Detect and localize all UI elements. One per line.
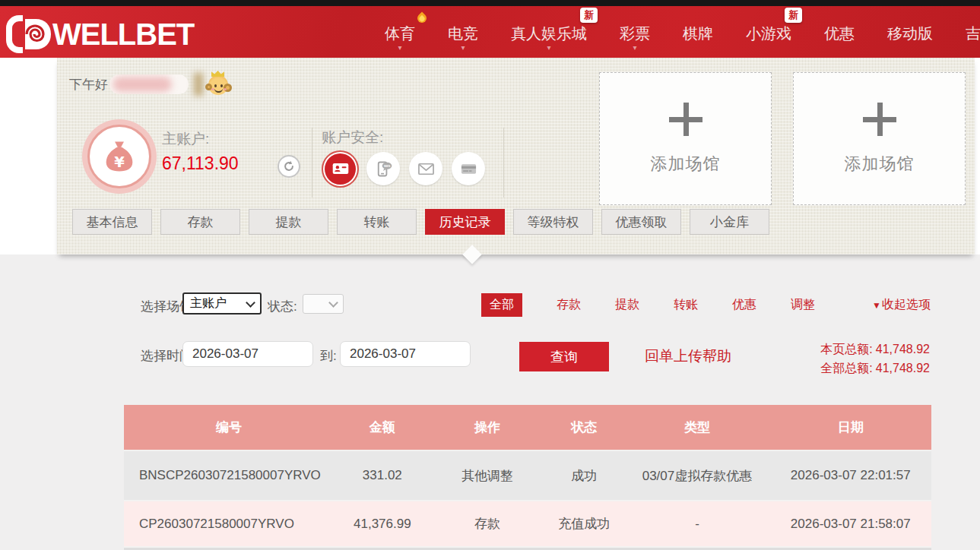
- chevron-down-icon: [246, 298, 255, 308]
- refresh-balance-button[interactable]: [278, 155, 300, 178]
- table-cell: 充值成功: [544, 515, 624, 533]
- new-badge: 新: [785, 8, 802, 23]
- tab-withdraw[interactable]: 提款: [249, 209, 328, 235]
- table-cell: 331.02: [334, 468, 430, 483]
- column-header: 编号: [124, 419, 334, 436]
- nav-item-label: 移动版: [887, 25, 933, 42]
- status-select[interactable]: [303, 294, 344, 314]
- collapse-options-button[interactable]: ▼ 收起选项: [872, 297, 931, 313]
- tab-deposit[interactable]: 存款: [160, 209, 240, 235]
- nav-item-board-games[interactable]: 棋牌: [683, 6, 713, 58]
- all-total: 全部总额:41,748.92: [820, 359, 930, 378]
- table-cell: 2026-03-07 21:58:07: [770, 517, 931, 532]
- wellbet-logo[interactable]: WELLBET: [6, 15, 194, 53]
- username-blur: [113, 77, 172, 92]
- table-cell: 2026-03-07 22:01:57: [770, 468, 931, 483]
- tab-basic-info[interactable]: 基本信息: [72, 209, 152, 235]
- column-header: 类型: [624, 419, 769, 436]
- nav-item-lottery[interactable]: 彩票▾: [620, 6, 650, 58]
- nav-item-promotions[interactable]: 优惠: [824, 6, 855, 58]
- plus-icon: [863, 103, 896, 136]
- nav-item-label: 小游戏: [746, 25, 791, 42]
- add-venue-button-2[interactable]: 添加场馆: [793, 72, 966, 205]
- totals: 本页总额:41,748.92 全部总额:41,748.92: [820, 340, 930, 378]
- table-row: BNSCP26030721580007YRVO331.02其他调整成功03/07…: [124, 450, 931, 500]
- mail-icon: [416, 159, 436, 179]
- main-account-badge: ¥: [87, 125, 151, 188]
- tab-promo-claim[interactable]: 优惠领取: [601, 209, 681, 235]
- table-cell: 03/07虚拟存款优惠: [624, 467, 769, 485]
- table-cell: 其他调整: [431, 467, 544, 485]
- svg-text:SMS: SMS: [383, 163, 390, 167]
- table-body: BNSCP26030721580007YRVO331.02其他调整成功03/07…: [124, 450, 931, 546]
- table-row-partial: [124, 546, 931, 550]
- tab-history[interactable]: 历史记录: [425, 209, 505, 235]
- table-row: CP26030721580007YRVO41,376.99存款充值成功-2026…: [124, 500, 931, 546]
- table-cell: 成功: [544, 467, 624, 485]
- to-label: 到:: [320, 347, 337, 365]
- greeting-row: 下午好: [69, 73, 230, 96]
- add-venue-button-1[interactable]: 添加场馆: [599, 72, 772, 205]
- table-cell: 41,376.99: [334, 517, 430, 532]
- nav-item-label: 吉: [966, 25, 980, 42]
- filter-tab-transfer[interactable]: 转账: [674, 297, 698, 313]
- nav-item-sports[interactable]: 体育▾: [385, 6, 415, 58]
- tab-transfer[interactable]: 转账: [337, 209, 417, 235]
- filter-tab-all[interactable]: 全部: [481, 293, 522, 317]
- username-redacted: [109, 74, 189, 94]
- add-venue-label: 添加场馆: [651, 153, 721, 175]
- date-from-input[interactable]: [182, 341, 313, 367]
- security-bank-card-button[interactable]: [452, 152, 485, 185]
- type-filter-tabs: 全部存款提款转账优惠调整: [481, 293, 815, 317]
- sms-phone-icon: SMS: [373, 159, 394, 179]
- status-label: 状态:: [268, 298, 297, 315]
- venue-selected-value: 主账户: [190, 296, 227, 311]
- nav-item-label: 真人娱乐城: [511, 25, 587, 42]
- tab-vip-privilege[interactable]: 等级特权: [513, 209, 593, 235]
- security-label: 账户安全:: [322, 128, 383, 147]
- main-navbar: WELLBET 体育▾电竞▾新真人娱乐城▾彩票▾棋牌新小游戏优惠移动版吉: [0, 6, 980, 58]
- page: WELLBET 体育▾电竞▾新真人娱乐城▾彩票▾棋牌新小游戏优惠移动版吉 下午好: [0, 0, 980, 550]
- column-header: 日期: [770, 419, 931, 436]
- date-to-input[interactable]: [340, 341, 471, 367]
- nav-item-esports[interactable]: 电竞▾: [448, 6, 478, 58]
- filter-tab-promo[interactable]: 优惠: [732, 297, 756, 313]
- chevron-down-icon: ▾: [547, 45, 550, 51]
- nav-item-mini-games[interactable]: 新小游戏: [746, 6, 791, 58]
- collapse-label: 收起选项: [882, 297, 931, 313]
- nav-item-label: 彩票: [620, 25, 650, 42]
- nav-item-ji[interactable]: 吉: [966, 6, 980, 58]
- query-button[interactable]: 查询: [519, 342, 609, 371]
- plus-icon: [669, 103, 702, 136]
- page-total-label: 本页总额:: [820, 343, 872, 356]
- top-strip: [0, 0, 980, 6]
- nav-item-live-casino[interactable]: 新真人娱乐城▾: [511, 6, 587, 58]
- table-cell: CP26030721580007YRVO: [124, 517, 334, 532]
- security-id-card-button[interactable]: [325, 153, 356, 185]
- table-header-row: 编号金额操作状态类型日期: [124, 405, 931, 450]
- filter-tab-adjust[interactable]: 调整: [791, 297, 815, 313]
- nav-item-label: 电竞: [448, 25, 478, 42]
- security-icons: SMS: [323, 152, 485, 185]
- logo-text: WELLBET: [52, 17, 194, 51]
- tab-mini-vault[interactable]: 小金库: [690, 209, 769, 235]
- filter-tab-withdraw[interactable]: 提款: [615, 297, 639, 313]
- all-total-value: 41,748.92: [876, 362, 930, 375]
- crown-icon: [211, 71, 224, 77]
- venue-select[interactable]: 主账户: [182, 292, 262, 315]
- security-mail-button[interactable]: [409, 152, 442, 185]
- nav-item-mobile[interactable]: 移动版: [887, 6, 933, 58]
- divider: [503, 128, 504, 198]
- refresh-icon: [282, 160, 296, 173]
- money-bag-icon: ¥: [100, 137, 139, 176]
- account-panel: 下午好 ¥ 主账户: 67: [57, 58, 975, 254]
- divider: [312, 128, 312, 198]
- main-account-label: 主账户:: [162, 129, 209, 149]
- chevron-down-icon: ▾: [633, 45, 636, 51]
- receipt-upload-help-link[interactable]: 回单上传帮助: [645, 346, 731, 366]
- security-sms-phone-button[interactable]: SMS: [366, 152, 400, 185]
- triangle-down-icon: ▼: [872, 301, 881, 310]
- table-cell: 存款: [431, 515, 544, 533]
- filter-tab-deposit[interactable]: 存款: [557, 297, 581, 313]
- monkey-face-icon: [208, 75, 228, 95]
